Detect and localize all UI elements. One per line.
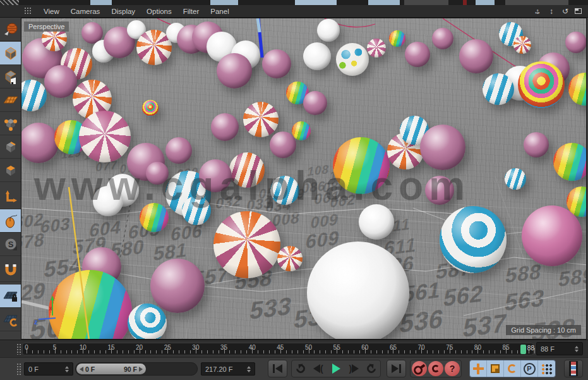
zoom-icon[interactable]: ↕ (547, 7, 556, 16)
ball-stripes-rainbow[interactable] (140, 203, 169, 232)
polygons-mode-icon[interactable] (0, 159, 21, 182)
menu-grip-handle[interactable] (24, 7, 32, 15)
ball-white[interactable] (359, 204, 394, 240)
autokey-button[interactable] (428, 361, 443, 376)
ball-dots-teal[interactable] (336, 43, 369, 76)
menu-item-options[interactable]: Options (147, 8, 172, 15)
keyframe-help-button[interactable]: ? (445, 361, 460, 376)
ball-mauve[interactable] (405, 42, 430, 67)
frame-stepper[interactable] (571, 346, 579, 352)
pla-key-toggle[interactable] (538, 360, 555, 377)
enable-snap-icon[interactable] (0, 259, 21, 282)
ball-mauve[interactable] (420, 125, 465, 170)
preview-range-track[interactable]: 0 F 90 F (75, 362, 198, 376)
ball-mauve[interactable] (459, 39, 493, 73)
ball-mauve[interactable] (303, 91, 327, 115)
ball-candy-target[interactable] (142, 100, 159, 116)
pan-icon[interactable]: ↔↕ (533, 7, 542, 16)
menu-item-panel[interactable]: Panel (210, 8, 229, 15)
viewport-3d[interactable]: 1541291300770780900800261081121130830860… (21, 18, 587, 340)
min-frame-field[interactable]: 0 F (24, 362, 73, 376)
ball-stripes-blue[interactable] (505, 168, 526, 190)
rotate-icon[interactable]: ↺ (561, 7, 570, 16)
position-key-toggle[interactable] (470, 360, 487, 377)
ball-pinwheel[interactable] (213, 211, 280, 278)
ball-pinwheel[interactable] (243, 102, 279, 137)
previous-frame-button[interactable]: ( (309, 364, 327, 373)
ball-mauve[interactable] (217, 53, 252, 89)
goto-end-button[interactable] (387, 360, 406, 377)
transport-grip[interactable] (16, 363, 22, 376)
texture-mode-icon[interactable] (0, 65, 21, 89)
enable-axis-icon[interactable] (0, 186, 21, 209)
next-frame-button[interactable]: ) (345, 364, 363, 373)
current-frame-field[interactable]: 88 F (536, 342, 583, 355)
ball-stripes-rainbow[interactable] (49, 270, 132, 340)
ball-white[interactable] (317, 19, 340, 42)
timeline-ruler[interactable]: 0510152025303540455055606570758085 88 (22, 343, 534, 355)
ball-mauve[interactable] (165, 137, 192, 164)
ball-stripes-blue[interactable] (270, 176, 299, 205)
make-editable-icon[interactable] (0, 18, 21, 41)
misc-field-stepper[interactable] (243, 366, 251, 372)
ball-swirl-blue[interactable] (440, 206, 507, 273)
ball-pinwheel-pink[interactable] (367, 39, 386, 58)
perspective-label[interactable]: Perspective (24, 21, 69, 32)
ball-mauve[interactable] (565, 32, 587, 53)
ball-white[interactable] (303, 42, 331, 70)
next-key-button[interactable] (363, 364, 380, 373)
range-right-arrow-icon[interactable] (139, 367, 143, 372)
menu-item-view[interactable]: View (44, 8, 59, 15)
rotation-key-toggle[interactable] (504, 360, 521, 377)
goto-start-button[interactable] (268, 360, 287, 377)
ball-stripes-rainbow[interactable] (292, 121, 311, 140)
ball-stripes-rainbow[interactable] (553, 143, 587, 181)
ball-mauve-bright[interactable] (522, 205, 582, 266)
menu-item-filter[interactable]: Filter (183, 8, 200, 15)
ball-pinwheel[interactable] (513, 36, 531, 54)
lock-workplane-icon[interactable] (0, 285, 21, 308)
ball-mauve[interactable] (270, 132, 296, 158)
ball-mauve[interactable] (146, 162, 169, 185)
menu-item-display[interactable]: Display (111, 8, 135, 15)
ball-mauve[interactable] (425, 176, 454, 205)
ball-stripes-blue[interactable] (483, 73, 514, 105)
preview-range-slider[interactable]: 0 F 90 F (76, 364, 146, 374)
parameter-key-toggle[interactable]: P (521, 360, 538, 377)
snap-settings-icon[interactable]: S (0, 233, 21, 256)
ball-stripes-blue[interactable] (182, 196, 211, 225)
range-left-arrow-icon[interactable] (80, 367, 83, 372)
ball-mauve[interactable] (432, 28, 453, 49)
ball-mauve[interactable] (199, 159, 232, 192)
ball-mauve[interactable] (211, 113, 239, 141)
menu-item-cameras[interactable]: Cameras (71, 8, 100, 15)
misc-frame-field[interactable]: 217.20 F (201, 362, 255, 376)
ball-stripes-blue[interactable] (21, 80, 47, 111)
model-mode-icon[interactable] (0, 42, 21, 65)
tweak-mode-icon[interactable] (0, 209, 21, 233)
ball-stripes-rainbow[interactable] (568, 73, 587, 106)
timeline-grip[interactable] (16, 343, 22, 355)
points-mode-icon[interactable] (0, 112, 21, 135)
ball-pinwheel-pink[interactable] (79, 111, 131, 162)
ball-stripes-rainbow[interactable] (389, 30, 405, 47)
previous-key-button[interactable] (292, 364, 309, 373)
maximize-icon[interactable] (575, 8, 582, 14)
ball-mauve[interactable] (524, 132, 549, 157)
interactive-workplane-icon[interactable] (0, 308, 21, 331)
ball-mauve[interactable] (262, 49, 291, 78)
ball-stripes-rainbow[interactable] (333, 137, 390, 194)
record-key-button[interactable] (412, 361, 427, 376)
ball-stripes-orange[interactable] (229, 152, 265, 188)
playhead-marker[interactable] (520, 345, 526, 354)
edges-mode-icon[interactable] (0, 135, 21, 159)
ball-white[interactable] (307, 242, 409, 340)
ball-mauve[interactable] (150, 259, 205, 313)
ball-swirl-blue[interactable] (128, 303, 167, 340)
ball-white[interactable] (93, 186, 123, 216)
play-button[interactable] (327, 364, 344, 374)
min-frame-stepper[interactable] (61, 366, 69, 372)
ball-candy-target[interactable] (518, 61, 565, 108)
ball-mauve[interactable] (44, 65, 77, 98)
workplane-mode-icon[interactable] (0, 89, 21, 112)
